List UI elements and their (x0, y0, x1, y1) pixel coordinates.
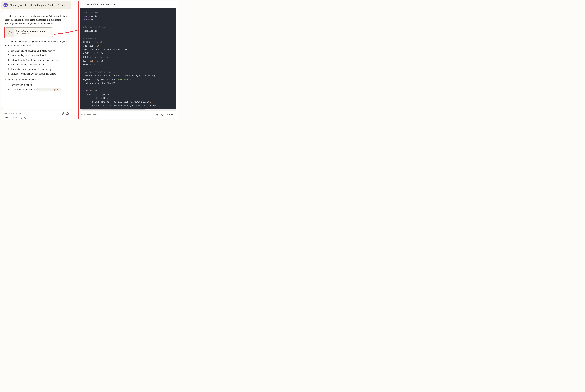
back-arrow-icon[interactable] (81, 3, 84, 6)
code-icon: </> (5, 28, 14, 37)
reply-input[interactable]: Reply to Claude... (3, 112, 23, 115)
last-edited-status: Last edited just now (81, 114, 154, 116)
camera-icon[interactable] (66, 112, 69, 115)
copy-icon[interactable] (156, 114, 159, 116)
scroll-right-icon[interactable]: ► (174, 109, 176, 110)
run-intro: To run this game, you'll need to: (5, 78, 69, 82)
scroll-left-icon[interactable]: ◄ (80, 109, 82, 110)
artifact-header: Snake Game Implementation (79, 1, 177, 8)
chip-count: 2 (33, 116, 34, 118)
chat-panel: DG Please generate code for the game Sna… (0, 0, 72, 120)
horizontal-scrollbar[interactable]: ◄ ► (80, 108, 176, 111)
flask-icon (31, 117, 33, 118)
user-message-text: Please generate code for the game Snake … (10, 3, 65, 7)
feature-item: Current score is displayed in the top-le… (10, 72, 69, 76)
run-step-item: Have Python installed (10, 83, 69, 87)
feature-item: The snake can wrap around the screen edg… (10, 67, 69, 71)
artifact-card[interactable]: </> Snake Game Implementation Click to o… (5, 28, 53, 37)
artifact-card-title: Snake Game Implementation (15, 30, 45, 32)
svg-rect-0 (66, 113, 69, 114)
code-content: import pygame import random import sys #… (82, 10, 176, 108)
scrollbar-thumb[interactable] (82, 109, 145, 110)
publish-button[interactable]: Publish (164, 112, 175, 117)
run-step-item: Install Pygame by running: pip install p… (10, 88, 69, 92)
avatar: DG (3, 3, 8, 7)
artifact-card-subtitle: Click to open code (15, 33, 45, 35)
chevron-down-icon: ⌄ (27, 116, 28, 118)
model-selector[interactable]: Claude 3.5 Sonnet (New) ⌄ 2 (3, 116, 69, 119)
user-message: DG Please generate code for the game Sna… (1, 1, 71, 9)
svg-rect-3 (157, 114, 158, 116)
artifact-panel-title: Snake Game Implementation (86, 3, 171, 6)
svg-point-1 (67, 113, 68, 114)
artifact-panel: Snake Game Implementation import pygame … (78, 0, 178, 119)
assistant-intro: I'll help you create a basic Snake game … (5, 14, 69, 26)
model-name: 3.5 Sonnet (New) (11, 116, 26, 118)
attachment-icon[interactable] (61, 112, 64, 115)
run-steps-list: Have Python installed Install Pygame by … (10, 83, 69, 92)
context-chip[interactable]: 2 (30, 116, 35, 119)
feature-item: The game resets if the snake hits itself (10, 62, 69, 67)
code-viewer[interactable]: import pygame import random import sys #… (80, 8, 176, 108)
model-brand: Claude (3, 116, 10, 119)
feature-item: The snake moves around a grid-based wind… (10, 48, 69, 53)
assistant-message: I'll help you create a basic Snake game … (1, 11, 71, 109)
close-icon[interactable] (173, 3, 175, 6)
assistant-after-card: I've created a classic Snake game implem… (5, 40, 69, 48)
artifact-footer: Last edited just now Publish (79, 111, 177, 119)
reply-input-bar: Reply to Claude... Claude 3.5 Sonnet (Ne… (1, 110, 71, 120)
download-icon[interactable] (160, 114, 163, 116)
features-list: The snake moves around a grid-based wind… (10, 48, 69, 76)
feature-item: Eat red food to grow longer and increase… (10, 58, 69, 62)
inline-code: pip install pygame (37, 88, 61, 91)
feature-item: Use arrow keys to control the direction (10, 53, 69, 58)
